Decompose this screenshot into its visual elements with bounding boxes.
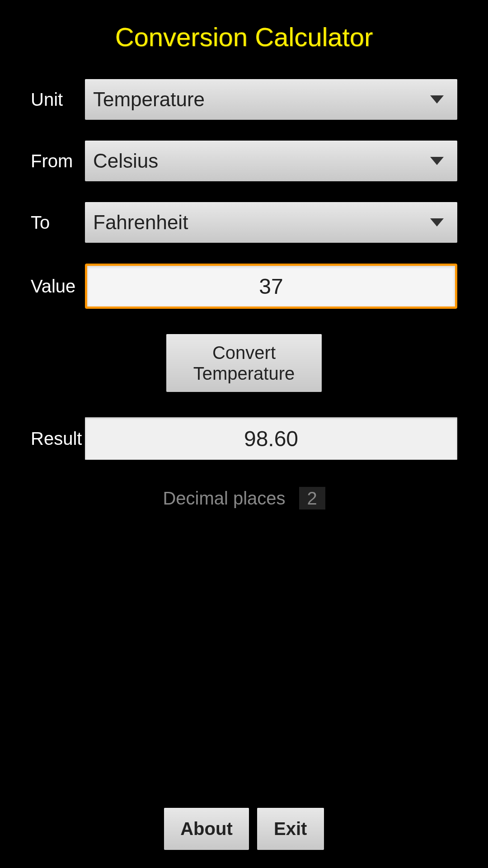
- spacer: [31, 509, 457, 808]
- unit-row: Unit Temperature: [31, 79, 457, 120]
- unit-dropdown[interactable]: Temperature: [85, 79, 457, 120]
- about-button[interactable]: About: [164, 808, 249, 850]
- unit-label: Unit: [31, 90, 85, 110]
- decimal-value-text: 2: [307, 488, 317, 509]
- result-label: Result: [31, 429, 85, 449]
- chevron-down-icon: [430, 218, 444, 226]
- from-label: From: [31, 151, 85, 171]
- to-dropdown[interactable]: Fahrenheit: [85, 202, 457, 243]
- decimal-value-box[interactable]: 2: [299, 487, 325, 509]
- result-box: 98.60: [85, 417, 457, 460]
- result-text: 98.60: [244, 426, 298, 451]
- decimal-row: Decimal places 2: [31, 487, 457, 509]
- value-label: Value: [31, 276, 85, 297]
- from-dropdown[interactable]: Celsius: [85, 141, 457, 181]
- from-row: From Celsius: [31, 141, 457, 181]
- value-row: Value: [31, 264, 457, 309]
- to-label: To: [31, 212, 85, 233]
- page-title: Conversion Calculator: [31, 22, 457, 52]
- exit-button[interactable]: Exit: [257, 808, 324, 850]
- chevron-down-icon: [430, 95, 444, 104]
- chevron-down-icon: [430, 157, 444, 165]
- value-input[interactable]: [87, 274, 455, 299]
- value-input-wrapper: [85, 264, 457, 309]
- bottom-buttons-row: About Exit: [31, 808, 457, 850]
- to-dropdown-text: Fahrenheit: [93, 211, 188, 234]
- convert-row: ConvertTemperature: [31, 334, 457, 392]
- result-row: Result 98.60: [31, 417, 457, 460]
- to-row: To Fahrenheit: [31, 202, 457, 243]
- decimal-label: Decimal places: [163, 488, 285, 509]
- from-dropdown-text: Celsius: [93, 150, 158, 172]
- unit-dropdown-text: Temperature: [93, 88, 205, 111]
- convert-button[interactable]: ConvertTemperature: [166, 334, 322, 392]
- app-container: Conversion Calculator Unit Temperature F…: [0, 0, 488, 868]
